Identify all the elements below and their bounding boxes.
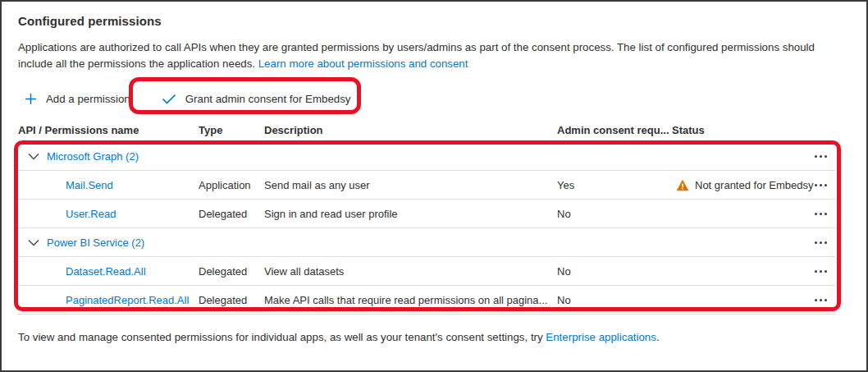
more-horizontal-icon: [815, 241, 817, 244]
table-row-permission: Dataset.Read.All Delegated View all data…: [18, 257, 835, 286]
footer-text: To view and manage consented permissions…: [18, 331, 546, 343]
command-bar: Add a permission Grant admin consent for…: [18, 85, 358, 112]
column-header-type: Type: [199, 124, 264, 136]
grant-admin-consent-label: Grant admin consent for Embedsy: [185, 93, 351, 105]
permissions-table: Microsoft Graph (2) Mail.Send Applicatio…: [18, 142, 835, 315]
admin-consent-required-value: No: [557, 208, 672, 220]
status-text: Not granted for Embedsy: [695, 179, 814, 191]
column-header-status: Status: [672, 124, 806, 136]
chevron-down-icon[interactable]: [28, 239, 39, 246]
admin-consent-required-value: Yes: [557, 179, 672, 191]
permission-name-link[interactable]: Mail.Send: [66, 179, 113, 191]
admin-consent-required-value: No: [557, 265, 672, 278]
permission-type: Delegated: [199, 208, 264, 220]
permission-name-link[interactable]: User.Read: [66, 208, 116, 220]
chevron-down-icon[interactable]: [28, 153, 39, 160]
warning-icon: [676, 179, 689, 191]
more-actions-button[interactable]: [813, 267, 829, 276]
more-actions-button[interactable]: [813, 296, 829, 305]
table-row-permission: User.Read Delegated Sign in and read use…: [18, 200, 835, 228]
more-horizontal-icon: [815, 270, 817, 273]
enterprise-applications-link[interactable]: Enterprise applications: [546, 331, 656, 343]
page-title: Configured permissions: [18, 14, 162, 28]
permission-description: View all datasets: [264, 265, 557, 278]
permission-description: Make API calls that require read permiss…: [264, 294, 557, 306]
learn-more-link[interactable]: Learn more about permissions and consent: [258, 57, 468, 70]
add-permission-label: Add a permission: [46, 93, 130, 105]
checkmark-icon: [162, 94, 176, 104]
plus-icon: [25, 93, 37, 105]
more-horizontal-icon: [815, 184, 817, 186]
api-group-link[interactable]: Power BI Service (2): [47, 237, 144, 249]
table-row-group[interactable]: Power BI Service (2): [18, 228, 835, 257]
more-actions-button[interactable]: [813, 209, 829, 218]
permission-description: Sign in and read user profile: [264, 208, 557, 220]
table-row-permission: PaginatedReport.Read.All Delegated Make …: [18, 286, 835, 315]
footer-note: To view and manage consented permissions…: [18, 331, 660, 343]
permission-type: Delegated: [199, 294, 264, 306]
more-actions-button[interactable]: [813, 238, 829, 247]
add-permission-button[interactable]: Add a permission: [18, 85, 137, 112]
permission-description: Send mail as any user: [264, 179, 557, 191]
column-header-description: Description: [264, 124, 557, 136]
table-row-permission: Mail.Send Application Send mail as any u…: [18, 171, 835, 200]
column-header-admin-consent-required: Admin consent requ...: [557, 124, 672, 136]
configured-permissions-page: { "header": { "title": "Configured permi…: [0, 0, 868, 372]
permission-type: Delegated: [199, 265, 264, 278]
more-actions-button[interactable]: [813, 152, 829, 161]
intro-text: Applications are authorized to call APIs…: [18, 39, 843, 72]
permission-name-link[interactable]: Dataset.Read.All: [66, 265, 146, 278]
column-header-api-permissions-name: API / Permissions name: [18, 124, 199, 136]
more-horizontal-icon: [815, 213, 817, 215]
table-header: API / Permissions name Type Description …: [18, 118, 835, 143]
grant-admin-consent-button[interactable]: Grant admin consent for Embedsy: [155, 85, 358, 112]
permission-type: Application: [199, 179, 264, 191]
api-group-link[interactable]: Microsoft Graph (2): [47, 150, 139, 163]
admin-consent-required-value: No: [557, 294, 672, 306]
permission-name-link[interactable]: PaginatedReport.Read.All: [66, 294, 189, 306]
table-row-group[interactable]: Microsoft Graph (2): [18, 142, 835, 171]
more-actions-button[interactable]: [813, 181, 829, 190]
more-horizontal-icon: [815, 155, 817, 158]
more-horizontal-icon: [815, 299, 817, 301]
